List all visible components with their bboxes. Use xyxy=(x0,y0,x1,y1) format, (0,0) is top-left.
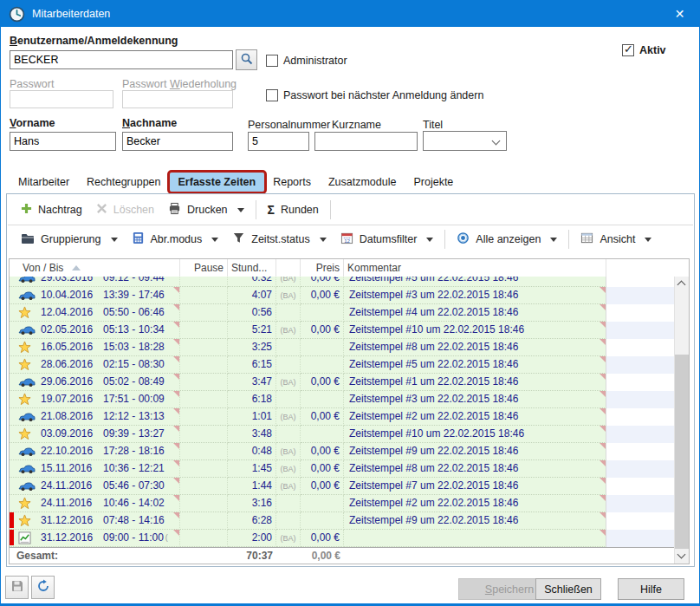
refresh-tool-button[interactable] xyxy=(31,576,55,599)
toolbar-actions: Nachtrag Löschen Drucken Σ Runden xyxy=(14,197,335,223)
dropdown-caret-icon xyxy=(237,208,244,212)
benutzername-input[interactable] xyxy=(10,50,233,69)
table-row[interactable]: 29.03.201609:12 - 09:440:32(BA)0,00 €Zei… xyxy=(10,277,689,287)
tab-reports[interactable]: Reports xyxy=(264,173,320,192)
titel-select[interactable] xyxy=(423,131,507,151)
gesamt-label: Gesamt: xyxy=(10,550,180,562)
note-corner-icon xyxy=(173,478,179,484)
car-icon xyxy=(18,445,36,459)
col-header-von-bis[interactable]: Von / Bis xyxy=(10,259,180,277)
tab-rechtegruppen[interactable]: Rechtegruppen xyxy=(78,173,169,192)
kommentar-cell: Zeitstempel #9 um 22.02.2015 18:46 xyxy=(344,512,606,530)
personalnummer-label: Personalnummer xyxy=(248,119,330,131)
ba-cell xyxy=(276,426,301,443)
kurzname-field[interactable] xyxy=(314,132,418,151)
note-corner-icon xyxy=(600,374,606,380)
table-row[interactable]: 10.04.201613:39 - 17:464:07(BA)0,00 €Zei… xyxy=(10,287,689,304)
schliessen-button[interactable]: Schließen xyxy=(535,578,601,600)
table-row[interactable]: 02.05.201605:13 - 10:345:21(BA)0,00 €Zei… xyxy=(10,322,689,339)
stunden-cell: 3:47 xyxy=(228,374,276,391)
pause-cell xyxy=(180,495,228,512)
folder-icon xyxy=(21,232,35,247)
close-button[interactable]: ✕ xyxy=(660,1,699,27)
runden-button[interactable]: Σ Runden xyxy=(261,199,326,220)
eye-icon xyxy=(457,231,470,247)
scroll-down-arrow-icon[interactable] xyxy=(675,549,689,564)
calendar-icon: 12 xyxy=(340,231,353,247)
tab-zusatzmodule[interactable]: Zusatzmodule xyxy=(320,173,405,192)
passwort-aendern-checkbox[interactable] xyxy=(266,89,278,101)
table-row[interactable]: 19.07.201617:51 - 00:096:18Zeitstempel #… xyxy=(10,391,689,408)
passwort-field[interactable] xyxy=(10,90,113,108)
table-row[interactable]: 15.11.201610:36 - 12:211:45(BA)0,00 €Zei… xyxy=(10,460,689,478)
hilfe-button[interactable]: Hilfe xyxy=(618,578,684,600)
administrator-checkbox[interactable] xyxy=(266,55,278,67)
preis-cell: 0,00 € xyxy=(301,530,344,547)
table-row[interactable]: 31.12.201609:00 - 11:00(2:00(BA)0,00 € xyxy=(10,530,689,547)
pause-cell xyxy=(180,391,228,408)
kommentar-cell: Zeitstempel #5 um 22.02.2015 18:46 xyxy=(344,277,606,287)
gruppierung-button[interactable]: Gruppierung xyxy=(14,229,125,251)
alle-anzeigen-button[interactable]: Alle anzeigen xyxy=(450,228,564,251)
datumsfilter-button[interactable]: 12 Datumsfilter xyxy=(334,228,441,251)
preis-cell xyxy=(301,356,344,374)
toolbar-separator xyxy=(330,200,331,219)
scroll-up-arrow-icon[interactable] xyxy=(675,277,689,291)
tab-erfasste-zeiten[interactable]: Erfasste Zeiten xyxy=(170,173,265,192)
search-user-button[interactable] xyxy=(236,49,257,70)
save-tool-button[interactable] xyxy=(5,576,29,599)
table-row[interactable]: 24.11.201610:46 - 14:023:16Zeitstempel #… xyxy=(10,495,689,512)
col-header-stunden[interactable]: Stund... xyxy=(228,259,276,277)
loeschen-button[interactable]: Löschen xyxy=(89,199,161,220)
pause-cell xyxy=(180,322,228,339)
pause-cell xyxy=(180,287,228,304)
table-row[interactable]: 16.05.201615:03 - 18:283:25Zeitstempel #… xyxy=(10,339,689,356)
drucken-button[interactable]: Drucken xyxy=(161,199,251,221)
table-row[interactable]: 31.12.201607:48 - 14:166:28Zeitstempel #… xyxy=(10,512,689,530)
ba-cell: (BA) xyxy=(276,277,301,287)
passwort-wiederholung-field[interactable] xyxy=(122,90,233,108)
scrollbar-thumb[interactable] xyxy=(675,355,689,549)
dropdown-caret-icon xyxy=(211,238,218,242)
table-row[interactable]: 12.04.201605:50 - 06:460:56Zeitstempel #… xyxy=(10,304,689,322)
nachtrag-button[interactable]: Nachtrag xyxy=(14,199,89,220)
nachname-field[interactable] xyxy=(122,132,233,151)
kommentar-cell: Zeitstempel #2 um 22.02.2015 18:46 xyxy=(344,408,606,426)
tab-mitarbeiter[interactable]: Mitarbeiter xyxy=(10,173,78,192)
col-header-ba[interactable] xyxy=(276,259,301,277)
car-icon xyxy=(18,289,36,303)
table-row[interactable]: 28.06.201602:15 - 08:306:15Zeitstempel #… xyxy=(10,356,689,374)
von-bis-cell: 28.06.201602:15 - 08:30 xyxy=(10,356,180,374)
col-header-kommentar[interactable]: Kommentar xyxy=(344,259,606,277)
personalnummer-field[interactable] xyxy=(248,132,309,151)
col-header-pause[interactable]: Pause xyxy=(180,259,228,277)
aktiv-checkbox[interactable] xyxy=(622,44,634,56)
table-row[interactable]: 21.08.201612:12 - 13:131:01(BA)0,00 €Zei… xyxy=(10,408,689,426)
zeitststatus-button[interactable]: Zeitst.status xyxy=(225,228,333,251)
vertical-scrollbar[interactable] xyxy=(674,277,689,564)
von-bis-cell: 03.09.201609:39 - 13:27 xyxy=(10,426,180,443)
note-corner-icon xyxy=(600,460,606,466)
von-bis-cell: 24.11.201610:46 - 14:02 xyxy=(10,495,180,512)
printer-icon xyxy=(168,202,181,218)
col-header-preis[interactable]: Preis xyxy=(301,259,344,277)
refresh-arrow-icon xyxy=(36,579,50,596)
table-row[interactable]: 29.06.201605:02 - 08:493:47(BA)0,00 €Zei… xyxy=(10,374,689,391)
table-row[interactable]: 03.09.201609:39 - 13:273:48Zeitstempel #… xyxy=(10,426,689,443)
toolbar-separator xyxy=(568,230,569,249)
vorname-field[interactable] xyxy=(10,132,116,151)
car-icon xyxy=(18,323,36,337)
table-row[interactable]: 22.10.201617:28 - 18:160:48(BA)0,00 €Zei… xyxy=(10,443,689,460)
zeiten-table: Von / Bis Pause Stund... Preis Kommentar… xyxy=(9,258,690,564)
pause-cell xyxy=(180,512,228,530)
title-bar: Mitarbeiterdaten ✕ xyxy=(1,1,699,27)
note-corner-icon xyxy=(600,408,606,414)
abrmodus-button[interactable]: Abr.modus xyxy=(125,228,226,251)
ba-cell xyxy=(276,356,301,374)
titel-label: Titel xyxy=(423,119,443,131)
note-corner-icon xyxy=(600,512,606,518)
note-corner-icon xyxy=(600,339,606,345)
tab-projekte[interactable]: Projekte xyxy=(405,173,462,192)
ansicht-button[interactable]: Ansicht xyxy=(574,228,658,251)
table-row[interactable]: 24.11.201605:46 - 07:301:44(BA)0,00 €Zei… xyxy=(10,478,689,495)
